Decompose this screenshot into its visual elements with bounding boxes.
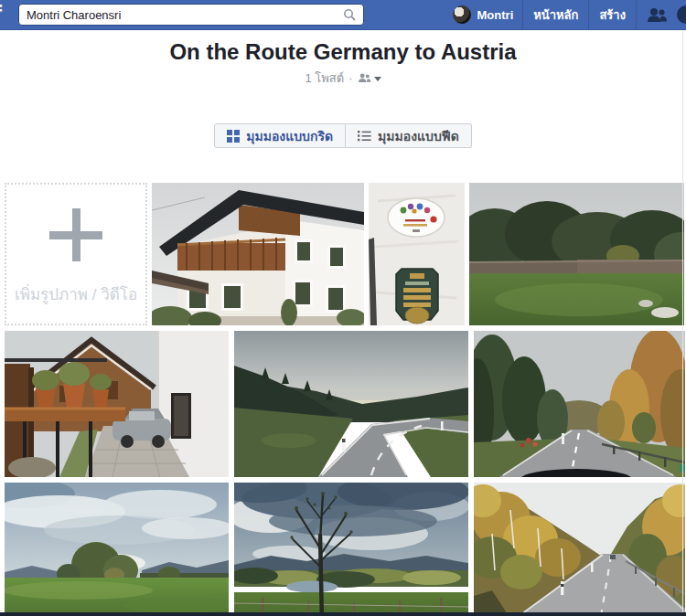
grid-row-3 bbox=[5, 483, 686, 616]
friend-requests-icon[interactable] bbox=[646, 7, 668, 23]
photo-grid: เพิ่มรูปภาพ / วิดีโอ bbox=[0, 183, 686, 616]
photo-thumbnail-wooden-balcony[interactable] bbox=[5, 331, 229, 477]
feed-view-icon bbox=[358, 130, 371, 142]
photo-thumbnail-bavarian-guesthouse[interactable] bbox=[152, 183, 364, 325]
nav-profile[interactable]: Montri bbox=[444, 5, 523, 24]
photo-thumbnail-alpine-meadow[interactable] bbox=[5, 483, 229, 616]
search-box[interactable] bbox=[18, 4, 364, 26]
meta-separator: · bbox=[348, 71, 352, 85]
album-title: On the Route Germany to Austria bbox=[0, 38, 686, 66]
avatar[interactable] bbox=[453, 5, 471, 24]
album-meta: 1 โพสต์ · bbox=[0, 69, 686, 86]
plus-icon bbox=[49, 208, 102, 261]
grid-view-button[interactable]: มุมมองแบบกริด bbox=[214, 123, 346, 148]
privacy-selector[interactable] bbox=[358, 73, 381, 83]
photo-thumbnail-green-field[interactable] bbox=[469, 183, 684, 325]
feed-view-button[interactable]: มุมมองแบบฟีด bbox=[346, 123, 472, 148]
add-photo-tile[interactable]: เพิ่มรูปภาพ / วิดีโอ bbox=[5, 183, 147, 325]
caret-down-icon bbox=[374, 77, 381, 81]
grid-view-icon bbox=[227, 130, 240, 143]
photo-thumbnail-downhill-road[interactable] bbox=[474, 483, 685, 616]
add-photo-label: เพิ่มรูปภาพ / วิดีโอ bbox=[15, 281, 137, 306]
nav-icons bbox=[636, 0, 686, 29]
messenger-icon-partial[interactable] bbox=[677, 5, 686, 24]
photo-thumbnail-wall-plaques[interactable] bbox=[369, 183, 465, 325]
grid-row-2 bbox=[5, 331, 686, 477]
grid-row-1: เพิ่มรูปภาพ / วิดีโอ bbox=[5, 183, 686, 325]
page-right-edge bbox=[682, 30, 683, 616]
nav-profile-name: Montri bbox=[477, 8, 514, 22]
nav-item-create[interactable]: สร้าง bbox=[588, 0, 636, 29]
photo-thumbnail-bare-tree-valley[interactable] bbox=[234, 483, 468, 616]
photo-thumbnail-autumn-avenue[interactable] bbox=[474, 331, 685, 477]
grid-view-label: มุมมองแบบกริด bbox=[246, 126, 333, 146]
post-count: 1 โพสต์ bbox=[305, 69, 344, 88]
search-input[interactable] bbox=[27, 8, 343, 22]
facebook-logo[interactable]: f bbox=[0, 3, 10, 27]
search-icon[interactable] bbox=[343, 8, 356, 21]
top-navigation: Montri หน้าหลัก สร้าง bbox=[444, 0, 686, 29]
nav-item-home[interactable]: หน้าหลัก bbox=[522, 0, 588, 29]
view-toggle: มุมมองแบบกริด มุมมองแบบฟีด bbox=[0, 123, 686, 148]
feed-view-label: มุมมองแบบฟีด bbox=[378, 126, 459, 146]
friends-privacy-icon bbox=[358, 73, 371, 83]
photo-thumbnail-curving-road[interactable] bbox=[234, 331, 468, 477]
facebook-header: f Montri หน้าหลัก สร้าง bbox=[0, 0, 686, 30]
window-bottom-bar bbox=[0, 612, 686, 616]
